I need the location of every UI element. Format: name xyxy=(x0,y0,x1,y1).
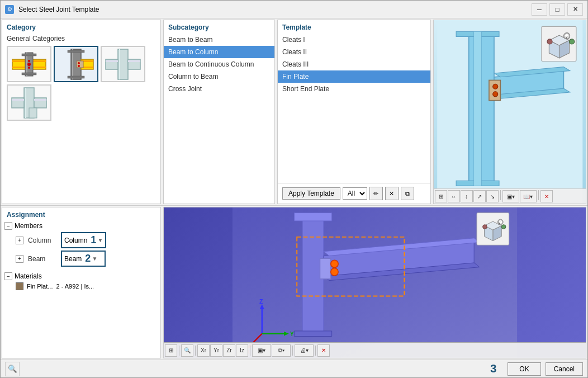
vp-sep-3 xyxy=(292,346,293,356)
beam-column-icon xyxy=(56,48,96,81)
preview-3d-scene: y xyxy=(434,20,586,204)
preview-tb-btn-2[interactable]: ↔ xyxy=(448,190,460,202)
preview-tb-btn-7[interactable]: 📖▾ xyxy=(520,190,537,202)
materials-label: Materials xyxy=(15,272,158,280)
subcategory-item-4[interactable]: Column to Beam xyxy=(164,70,274,83)
svg-marker-57 xyxy=(294,331,331,337)
vp-tb-btn-10[interactable]: ✕ xyxy=(317,344,330,357)
category-item-3[interactable] xyxy=(101,46,145,82)
viewport-3d: y Z xyxy=(164,207,586,358)
members-tree-item[interactable]: − Members xyxy=(2,221,160,231)
vp-tb-btn-4[interactable]: Yr xyxy=(210,344,222,357)
template-item-3[interactable]: Cleats III xyxy=(278,58,430,70)
preview-tb-btn-8[interactable]: ✕ xyxy=(540,190,553,202)
svg-point-9 xyxy=(28,67,30,69)
apply-template-button[interactable]: Apply Template xyxy=(282,187,340,200)
close-button[interactable]: ✕ xyxy=(567,3,583,16)
svg-rect-17 xyxy=(77,61,83,68)
t-joint-icon xyxy=(10,87,49,119)
category-item-4[interactable] xyxy=(7,84,51,121)
template-item-1[interactable]: Cleats I xyxy=(278,34,430,46)
svg-rect-54 xyxy=(233,207,517,358)
beam-dropdown-arrow: ▼ xyxy=(92,256,97,262)
subcategory-item-5[interactable]: Cross Joint xyxy=(164,83,274,95)
svg-point-8 xyxy=(28,60,30,62)
template-item-2[interactable]: Cleats II xyxy=(278,46,430,58)
title-bar-controls: ─ □ ✕ xyxy=(532,3,583,16)
template-item-5[interactable]: Short End Plate xyxy=(278,83,430,95)
preview-tb-btn-1[interactable]: ⊞ xyxy=(435,190,447,202)
svg-rect-31 xyxy=(34,99,46,101)
svg-point-73 xyxy=(483,225,487,229)
svg-text:Z: Z xyxy=(259,298,263,305)
vp-tb-btn-3[interactable]: Xr xyxy=(197,344,210,357)
main-content: Category General Categories xyxy=(1,18,587,360)
main-window: ⚙ Select Steel Joint Template ─ □ ✕ Cate… xyxy=(0,0,588,378)
vp-tb-btn-9[interactable]: 🖨▾ xyxy=(295,344,314,357)
assignment-panel: Assignment − Members + Column Column 1 ▼ xyxy=(2,207,161,358)
vp-sep-2 xyxy=(250,346,250,356)
svg-point-19 xyxy=(78,65,80,67)
svg-point-52 xyxy=(569,39,574,44)
template-edit-button[interactable]: ✏ xyxy=(369,187,383,200)
search-button[interactable]: 🔍 xyxy=(5,362,20,376)
vp-tb-btn-6[interactable]: Iz xyxy=(236,344,248,357)
category-item-1[interactable] xyxy=(7,46,51,82)
svg-rect-6 xyxy=(22,73,36,75)
tb-sep-1 xyxy=(500,190,501,200)
vp-tb-btn-8[interactable]: ⧉▾ xyxy=(272,344,291,357)
bottom-section: Assignment − Members + Column Column 1 ▼ xyxy=(1,206,587,360)
template-item-4[interactable]: Fin Plate xyxy=(278,70,430,83)
maximize-button[interactable]: □ xyxy=(549,3,565,16)
template-close-button[interactable]: ✕ xyxy=(385,187,399,200)
minimize-button[interactable]: ─ xyxy=(532,3,547,16)
materials-tree-item[interactable]: − Materials xyxy=(2,271,160,281)
triple-joint-icon xyxy=(103,48,143,81)
material-row: Fin Plat... 2 - A992 | Is... xyxy=(2,281,160,291)
subcategory-panel: Subcategory Beam to Beam Beam to Column … xyxy=(163,20,275,204)
subcategory-item-3[interactable]: Beam to Continuous Column xyxy=(164,58,274,70)
svg-rect-32 xyxy=(29,108,37,118)
cancel-button[interactable]: Cancel xyxy=(546,362,583,376)
top-section: Category General Categories xyxy=(1,18,587,206)
ok-button[interactable]: OK xyxy=(508,362,540,376)
materials-expand[interactable]: − xyxy=(4,272,12,280)
footer-right: 3 OK Cancel xyxy=(490,362,583,376)
members-expand[interactable]: − xyxy=(4,222,12,230)
svg-rect-23 xyxy=(128,60,140,62)
svg-rect-38 xyxy=(473,31,481,186)
viewport-svg: y Z xyxy=(164,207,586,358)
vp-tb-btn-7[interactable]: ▣▾ xyxy=(252,344,271,357)
vp-tb-btn-5[interactable]: Zr xyxy=(223,344,235,357)
category-item-2[interactable] xyxy=(54,46,98,82)
template-list: Cleats I Cleats II Cleats III Fin Plate … xyxy=(278,34,430,183)
vp-tb-btn-1[interactable]: ⊞ xyxy=(165,344,177,357)
column-number: 1 xyxy=(91,234,96,246)
preview-tb-btn-6[interactable]: ▣▾ xyxy=(502,190,519,202)
svg-rect-5 xyxy=(22,54,36,56)
beam-member-label: Beam xyxy=(28,255,59,263)
members-label: Members xyxy=(15,222,158,230)
window-title: Select Steel Joint Template xyxy=(18,6,99,13)
subcategory-header: Subcategory xyxy=(164,20,274,34)
preview-tb-btn-4[interactable]: ↗ xyxy=(473,190,486,202)
vp-tb-btn-2[interactable]: 🔍 xyxy=(181,344,193,357)
preview-tb-btn-3[interactable]: ↕ xyxy=(461,190,473,202)
template-copy-button[interactable]: ⧉ xyxy=(401,187,414,200)
preview-tb-btn-5[interactable]: ↘ xyxy=(486,190,499,202)
preview-panel: y ⊞ ↔ ↕ ↗ ↘ ▣▾ 📖▾ xyxy=(433,20,587,204)
svg-point-64 xyxy=(331,268,338,276)
subcategory-item-1[interactable]: Beam to Beam xyxy=(164,34,274,46)
svg-rect-4 xyxy=(26,53,27,76)
filter-dropdown[interactable]: All xyxy=(343,187,367,200)
column-dropdown[interactable]: Column 1 ▼ xyxy=(61,232,106,248)
footer-bar: 🔍 3 OK Cancel xyxy=(1,360,587,377)
column-expand[interactable]: + xyxy=(16,237,23,244)
svg-marker-56 xyxy=(294,213,331,221)
subcategory-item-2[interactable]: Beam to Column xyxy=(164,46,274,58)
svg-point-53 xyxy=(547,39,552,44)
preview-3d-svg: y xyxy=(434,20,586,204)
svg-rect-11 xyxy=(72,49,73,79)
beam-expand[interactable]: + xyxy=(16,255,23,263)
beam-dropdown[interactable]: Beam 2 ▼ xyxy=(61,251,106,267)
